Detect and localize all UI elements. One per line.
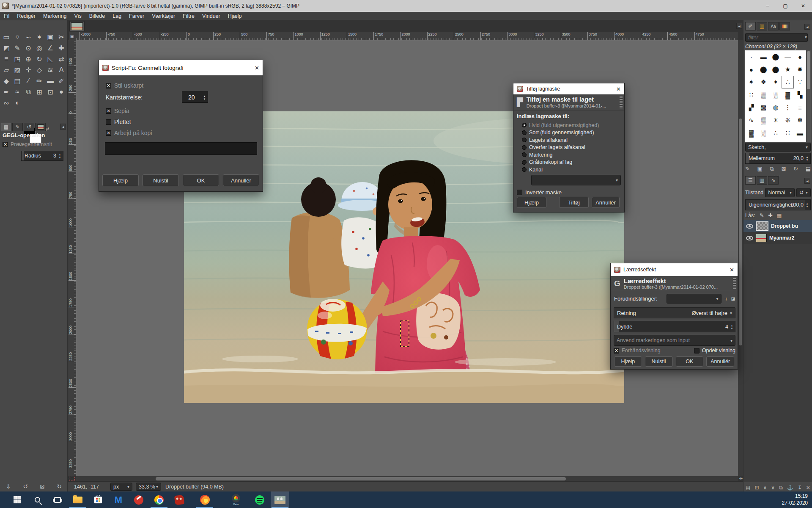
reset-button[interactable]: Nulstil (143, 174, 179, 186)
tool-free-select[interactable]: ∽ (23, 31, 34, 42)
delete-brush-icon[interactable]: ⊠ (782, 166, 786, 172)
help-button[interactable]: Hjælp (102, 174, 139, 186)
add-preset-icon[interactable]: ＋ (724, 295, 729, 303)
cancel-button[interactable]: Annullér (592, 197, 620, 208)
brush-cell[interactable]: ⬤ (770, 63, 782, 76)
brush-cell[interactable]: ⋮ (782, 101, 794, 114)
brush-cell[interactable]: ▩ (757, 101, 770, 114)
cancel-button[interactable]: Annullér (706, 356, 734, 367)
opacity-spinner[interactable]: ▴▾ (804, 200, 810, 210)
tool-text[interactable]: A (56, 64, 67, 75)
mask-option[interactable]: Overfør lagets alfakanal (522, 144, 599, 152)
ruler-corner-button[interactable]: ▣ (68, 32, 76, 40)
tab-layers[interactable]: ☰ (745, 176, 756, 185)
presets-dropdown[interactable]: ▾ (667, 294, 721, 304)
tool-rotate[interactable]: ↻ (34, 53, 45, 64)
lower-layer-icon[interactable]: ∨ (771, 485, 775, 491)
tab-channels[interactable]: ▥ (757, 176, 767, 185)
border-size-input[interactable]: 20 ▴▾ (182, 91, 208, 103)
invert-mask-checkbox[interactable] (517, 190, 522, 195)
brush-cell[interactable]: ▒ (757, 88, 770, 101)
tab-undo-history[interactable]: ↺ (24, 123, 34, 131)
tool-paths[interactable]: ✎ (12, 42, 23, 53)
lock-pixels-icon[interactable]: ✎ (760, 212, 764, 218)
brush-cell[interactable]: ❖ (757, 76, 770, 88)
tool-scissors-select[interactable]: ✂ (56, 31, 67, 42)
undo-icon[interactable]: ↺ (23, 483, 28, 490)
brush-cell[interactable]: ▞ (745, 101, 757, 114)
brush-cell[interactable]: ✳ (770, 114, 782, 127)
mask-option[interactable]: Kanal (522, 166, 599, 174)
edit-brush-icon[interactable]: ✎ (745, 166, 750, 172)
taskbar-search-button[interactable] (28, 491, 47, 508)
brush-cell[interactable]: ▚ (794, 88, 806, 101)
canvas-tabs-collapse-icon[interactable]: ◂ (736, 23, 742, 29)
raise-layer-icon[interactable]: ∧ (763, 485, 767, 491)
image-tab[interactable] (69, 21, 85, 31)
tool-fuzzy-select[interactable]: ✶ (34, 31, 45, 42)
tool-warp-transform[interactable]: ≋ (45, 64, 56, 75)
brush-cell[interactable]: ⬤ (770, 50, 782, 63)
mask-option[interactable]: Gråtonekopi af lag (522, 159, 599, 166)
quick-mask-toggle[interactable] (69, 477, 75, 480)
lock-alpha-icon[interactable]: ▦ (777, 212, 782, 218)
radio-icon[interactable] (522, 160, 527, 165)
reset-button[interactable]: Nulstil (645, 356, 673, 367)
new-layer-group-icon[interactable]: ⊞ (754, 485, 759, 491)
radius-spinner[interactable]: ▴▾ (57, 151, 63, 160)
tab-device-status[interactable]: ✎ (12, 123, 23, 131)
tool-foreground-select[interactable]: ◩ (1, 42, 12, 53)
mode-dropdown[interactable]: Normal▾ (765, 188, 795, 197)
split-view-checkbox[interactable] (694, 348, 700, 353)
unit-dropdown[interactable]: px▾ (110, 483, 132, 491)
defocus-checkbox[interactable] (106, 83, 111, 88)
task-view-button[interactable] (48, 491, 67, 508)
tool-color-picker[interactable]: ⊙ (23, 42, 34, 53)
gimp-running-button[interactable] (271, 491, 289, 508)
tool-flip[interactable]: ⇄ (56, 53, 67, 64)
new-layer-icon[interactable]: ▤ (746, 485, 750, 491)
brush-cell[interactable]: ░ (770, 88, 782, 101)
merge-layer-icon[interactable]: ↧ (798, 485, 802, 491)
tab-brushes[interactable]: ✐ (745, 22, 756, 30)
chrome-beta-button[interactable]: Beta (227, 491, 245, 508)
brush-filter-input[interactable] (745, 33, 808, 42)
tool-ellipse-select[interactable]: ○ (12, 31, 23, 42)
close-icon[interactable]: ✕ (730, 267, 734, 273)
menu-item[interactable]: Hjælp (224, 13, 246, 19)
brush-cell[interactable]: ✶ (745, 76, 757, 88)
tab-gradients[interactable] (779, 22, 790, 30)
menu-item[interactable]: Lag (109, 13, 125, 19)
tool-crop[interactable]: ◳ (12, 53, 23, 64)
tool-handle-transform[interactable]: ✛ (23, 64, 34, 75)
tab-tool-options[interactable]: ▤ (1, 123, 11, 131)
menu-item[interactable]: Vis (71, 13, 85, 19)
tool-shear[interactable]: ◺ (45, 53, 56, 64)
brush-cell[interactable]: ❈ (782, 114, 794, 127)
tool-heal[interactable]: ⊞ (34, 86, 45, 97)
radio-icon[interactable] (522, 123, 527, 127)
fx-dialog-titlebar[interactable]: Lærredseffekt ✕ (611, 263, 738, 276)
firefox-button[interactable] (195, 491, 214, 508)
brush-cell[interactable]: ▬ (757, 50, 770, 63)
tool-zoom[interactable]: ◎ (34, 42, 45, 53)
help-button[interactable]: Hjælp (614, 356, 642, 367)
spotify-button[interactable] (250, 491, 269, 508)
gimp-shortcut-button[interactable] (170, 491, 189, 508)
blend-space-dropdown[interactable]: ↺▾ (796, 188, 811, 197)
tool-pencil[interactable]: ∕ (23, 75, 34, 86)
menu-item[interactable]: Filtre (179, 13, 198, 19)
mask-option[interactable]: Markering (522, 151, 599, 159)
brush-cell[interactable]: · (745, 50, 757, 63)
menu-item[interactable]: Farver (125, 13, 148, 19)
brush-cell[interactable]: ≡ (794, 101, 806, 114)
spacing-spinner[interactable]: ▴▾ (804, 153, 810, 163)
zoom-dropdown[interactable]: 33,3 %▾ (136, 483, 161, 491)
brush-cell[interactable]: ✻ (794, 114, 806, 127)
file-explorer-button[interactable] (69, 491, 87, 508)
horizontal-ruler[interactable]: -1000-750-500-25002505007501000125015001… (76, 32, 738, 40)
opacity-slider[interactable]: Uigennemsigtighed 100,0 ▴▾ (745, 199, 811, 210)
selection-input-dropdown[interactable]: Anvend markeringen som input ▾ (614, 335, 735, 346)
brush-cell[interactable]: ∷ (782, 127, 794, 139)
filter-chevron-icon[interactable]: ▾ (805, 35, 807, 39)
